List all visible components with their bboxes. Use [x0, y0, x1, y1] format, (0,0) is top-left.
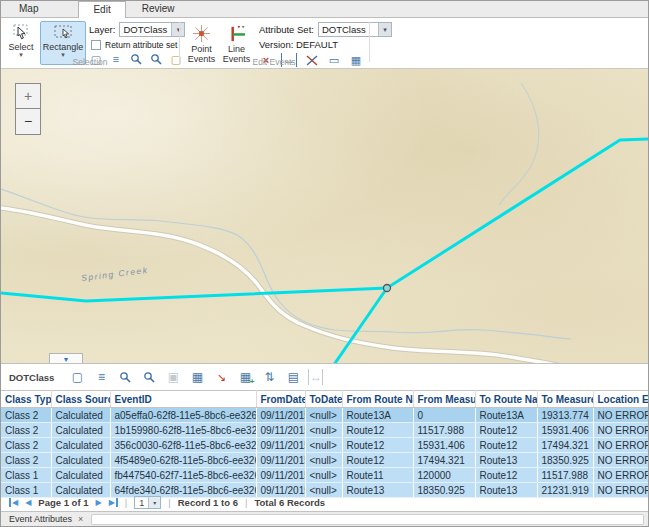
table-cell[interactable]: Class 2 [1, 453, 51, 468]
column-header[interactable]: EventID [110, 391, 256, 408]
table-cell[interactable]: fb447540-62f7-11e5-8bc6-ee32641d5ec9 [110, 468, 256, 483]
page-selector-dropdown-icon[interactable]: ▾ [148, 497, 160, 508]
table-cell[interactable]: <null> [305, 423, 342, 438]
next-page-button[interactable]: ▶ [95, 498, 101, 507]
zoom-out-button[interactable]: − [15, 109, 41, 135]
table-cell[interactable]: NO ERROR [593, 408, 649, 423]
table-cell[interactable]: Class 2 [1, 423, 51, 438]
return-attribute-set-checkbox[interactable] [91, 40, 101, 50]
layer-dropdown-icon[interactable]: ▾ [171, 23, 184, 36]
table-cell[interactable]: Class 1 [1, 468, 51, 483]
table-cell[interactable]: NO ERROR [593, 438, 649, 453]
table-cell[interactable]: <null> [305, 438, 342, 453]
table-cell[interactable]: 09/11/2015 [256, 408, 305, 423]
fit-columns-icon[interactable]: ↔ [308, 369, 323, 385]
table-cell[interactable]: 09/11/2015 [256, 438, 305, 453]
table-cell[interactable]: <null> [305, 453, 342, 468]
column-header[interactable]: From Measure [413, 391, 475, 408]
tab-event-attributes[interactable]: Event Attributes × [5, 514, 87, 524]
table-cell[interactable]: Route13 [475, 453, 537, 468]
show-selected-records-icon[interactable]: ≡ [92, 369, 110, 385]
table-cell[interactable]: Calculated [51, 438, 110, 453]
route-junction-vertex[interactable] [384, 285, 391, 292]
table-cell[interactable]: Route13A [342, 408, 413, 423]
map-viewport[interactable]: Spring Creek + − [1, 69, 648, 363]
layer-combobox[interactable]: DOTClass ▾ [119, 22, 185, 37]
table-cell[interactable]: 11517.988 [537, 468, 593, 483]
sort-records-icon[interactable]: ⇅ [260, 369, 278, 385]
table-cell[interactable]: Route13A [475, 408, 537, 423]
column-header[interactable]: Location Error [593, 391, 649, 408]
table-cell[interactable]: 17494.321 [537, 438, 593, 453]
open-table-icon[interactable]: ▦ [188, 369, 206, 385]
table-row[interactable]: Class 2Calculated1b159980-62f8-11e5-8bc6… [1, 423, 649, 438]
event-line-northeast[interactable] [387, 139, 648, 288]
table-cell[interactable]: 0 [413, 408, 475, 423]
first-page-button[interactable]: ◀ [9, 498, 18, 507]
go-to-record-icon[interactable]: ↘ [212, 369, 230, 385]
table-row[interactable]: Class 1Calculatedfb447540-62f7-11e5-8bc6… [1, 468, 649, 483]
column-header[interactable]: ToDate [305, 391, 342, 408]
table-cell[interactable]: Calculated [51, 423, 110, 438]
zoom-to-selection-icon[interactable] [116, 369, 134, 385]
column-header[interactable]: Class Source [51, 391, 110, 408]
table-cell[interactable]: 356c0030-62f8-11e5-8bc6-ee32641d5ec9 [110, 438, 256, 453]
attribute-set-dropdown-icon[interactable]: ▾ [378, 23, 391, 36]
table-cell[interactable]: Route11 [342, 468, 413, 483]
column-header[interactable]: To Measure [537, 391, 593, 408]
table-cell[interactable]: Class 2 [1, 438, 51, 453]
table-cell[interactable]: Route12 [342, 438, 413, 453]
column-header[interactable]: From Route Name [342, 391, 413, 408]
zoom-in-button[interactable]: + [15, 83, 41, 109]
table-cell[interactable]: Route12 [475, 468, 537, 483]
table-cell[interactable]: 120000 [413, 468, 475, 483]
table-cell[interactable]: 4f5489e0-62f8-11e5-8bc6-ee32641d5ec9 [110, 453, 256, 468]
select-records-icon[interactable]: ▢ [68, 369, 86, 385]
column-header[interactable]: Class Type [1, 391, 51, 408]
table-cell[interactable]: 1b159980-62f8-11e5-8bc6-ee32641d5ec9 [110, 423, 256, 438]
table-cell[interactable]: Calculated [51, 453, 110, 468]
table-cell[interactable]: 15931.406 [413, 438, 475, 453]
tab-review[interactable]: Review [128, 1, 189, 17]
table-cell[interactable]: 09/11/2015 [256, 468, 305, 483]
table-row[interactable]: Class 2Calculateda05effa0-62f8-11e5-8bc6… [1, 408, 649, 423]
tab-edit[interactable]: Edit [78, 1, 125, 18]
table-cell[interactable]: Route12 [475, 438, 537, 453]
table-cell[interactable]: <null> [305, 468, 342, 483]
report-icon[interactable]: ▤ [284, 369, 302, 385]
event-line-south[interactable] [331, 288, 387, 363]
table-cell[interactable]: Route12 [475, 423, 537, 438]
table-cell[interactable]: NO ERROR [593, 468, 649, 483]
attribute-set-combobox[interactable]: DOTClass ▾ [318, 22, 392, 37]
table-cell[interactable]: 15931.406 [537, 423, 593, 438]
append-records-icon[interactable]: ▦+ [236, 369, 254, 385]
pan-to-selection-icon[interactable] [140, 369, 158, 385]
table-cell[interactable]: a05effa0-62f8-11e5-8bc6-ee32641d5ec9 [110, 408, 256, 423]
table-cell[interactable]: NO ERROR [593, 453, 649, 468]
return-attribute-set-option[interactable]: Return attribute set [91, 40, 177, 50]
table-cell[interactable]: <null> [305, 408, 342, 423]
page-selector[interactable]: 1 ▾ [134, 496, 161, 509]
column-header[interactable]: To Route Name [475, 391, 537, 408]
table-cell[interactable]: Calculated [51, 468, 110, 483]
table-cell[interactable]: 11517.988 [413, 423, 475, 438]
tab-map[interactable]: Map [5, 1, 52, 17]
table-cell[interactable]: Route12 [342, 423, 413, 438]
table-cell[interactable]: Route12 [342, 453, 413, 468]
previous-page-button[interactable]: ◀ [25, 498, 31, 507]
table-cell[interactable]: 09/11/2015 [256, 423, 305, 438]
column-header[interactable]: FromDate [256, 391, 305, 408]
table-cell[interactable]: 19313.774 [537, 408, 593, 423]
last-page-button[interactable]: ▶ [109, 498, 118, 507]
table-row[interactable]: Class 2Calculated356c0030-62f8-11e5-8bc6… [1, 438, 649, 453]
table-cell[interactable]: 09/11/2015 [256, 453, 305, 468]
close-tab-icon[interactable]: × [78, 514, 83, 524]
table-cell[interactable]: Class 2 [1, 408, 51, 423]
table-row[interactable]: Class 2Calculated4f5489e0-62f8-11e5-8bc6… [1, 453, 649, 468]
table-cell[interactable]: NO ERROR [593, 423, 649, 438]
event-line-west[interactable] [1, 288, 387, 301]
table-cell[interactable]: Calculated [51, 408, 110, 423]
save-edits-icon[interactable]: ▣ [164, 369, 182, 385]
table-cell[interactable]: 18350.925 [537, 453, 593, 468]
table-cell[interactable]: 17494.321 [413, 453, 475, 468]
